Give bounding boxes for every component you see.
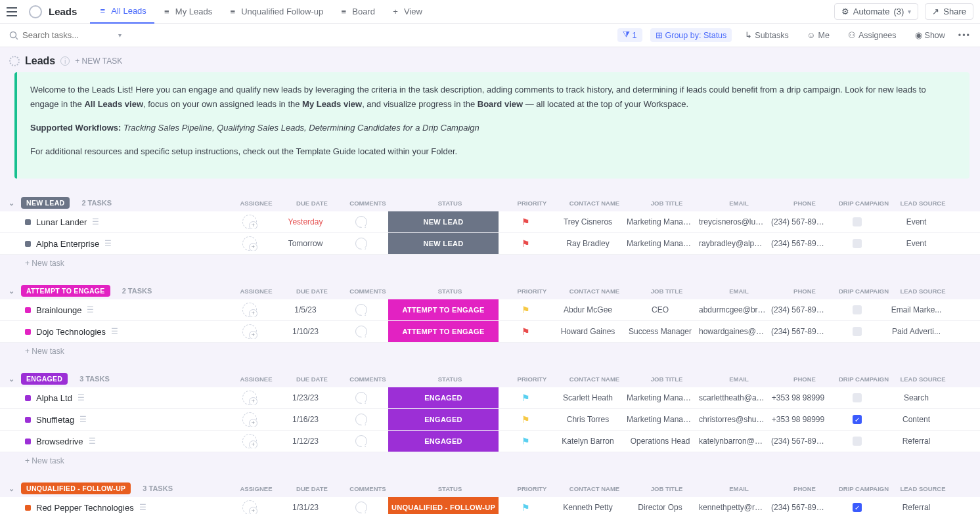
column-header[interactable]: CONTACT NAME bbox=[558, 288, 631, 295]
due-date-cell[interactable]: 1/16/23 bbox=[276, 415, 335, 424]
checkbox-empty-icon[interactable] bbox=[853, 393, 862, 402]
assignees-pill[interactable]: ⚇ Assignees bbox=[843, 28, 902, 42]
checkbox-empty-icon[interactable] bbox=[853, 327, 862, 336]
drip-campaign-cell[interactable]: ✓ bbox=[828, 415, 887, 424]
lead-source-cell[interactable]: Event bbox=[887, 239, 946, 248]
priority-flag-icon[interactable]: ⚑ bbox=[522, 414, 530, 425]
job-cell[interactable]: Marketing Manager bbox=[624, 239, 696, 248]
contact-cell[interactable]: Ray Bradley bbox=[552, 239, 624, 248]
task-row[interactable]: Dojo Technologies☰1/10/23ATTEMPT TO ENGA… bbox=[0, 321, 980, 343]
column-header[interactable]: ASSIGNEE bbox=[230, 375, 282, 383]
column-header[interactable]: LEAD SOURCE bbox=[893, 200, 952, 207]
column-header[interactable]: PRIORITY bbox=[506, 200, 558, 207]
job-cell[interactable]: CEO bbox=[624, 305, 696, 314]
status-square-icon[interactable] bbox=[25, 417, 31, 423]
contact-cell[interactable]: Trey Cisneros bbox=[552, 217, 624, 226]
drip-campaign-cell[interactable] bbox=[828, 305, 887, 314]
contact-cell[interactable]: Chris Torres bbox=[552, 415, 624, 424]
drip-campaign-cell[interactable] bbox=[828, 327, 887, 336]
task-name-cell[interactable]: Browsedrive☰ bbox=[0, 437, 223, 446]
priority-flag-icon[interactable]: ⚑ bbox=[522, 238, 530, 249]
lead-source-cell[interactable]: Event bbox=[887, 217, 946, 226]
column-header[interactable]: STATUS bbox=[394, 200, 506, 207]
collapse-icon[interactable]: ⌄ bbox=[7, 484, 16, 492]
status-badge[interactable]: ATTEMPT TO ENGAGE bbox=[388, 321, 499, 342]
status-badge[interactable]: ENGAGED bbox=[388, 387, 499, 408]
contact-cell[interactable]: Scarlett Heath bbox=[552, 393, 624, 402]
column-header[interactable]: DUE DATE bbox=[282, 375, 342, 383]
email-cell[interactable]: kennethpetty@redpe bbox=[696, 503, 768, 512]
status-square-icon[interactable] bbox=[25, 219, 31, 225]
new-task-header-button[interactable]: + NEW TASK bbox=[75, 56, 122, 66]
status-badge[interactable]: NEW LEAD bbox=[388, 233, 499, 254]
lead-source-cell[interactable]: Content bbox=[887, 415, 946, 424]
column-header[interactable]: PHONE bbox=[775, 375, 834, 383]
task-name-cell[interactable]: Dojo Technologies☰ bbox=[0, 327, 223, 337]
collapse-icon[interactable]: ⌄ bbox=[7, 375, 16, 383]
comment-icon[interactable] bbox=[355, 216, 367, 228]
task-row[interactable]: Shuffletag☰1/16/23ENGAGED⚑Chris TorresMa… bbox=[0, 409, 980, 431]
comment-icon[interactable] bbox=[355, 414, 367, 425]
column-header[interactable]: ASSIGNEE bbox=[230, 200, 282, 207]
task-row[interactable]: Alpha Ltd☰1/23/23ENGAGED⚑Scarlett HeathM… bbox=[0, 387, 980, 409]
comment-icon[interactable] bbox=[355, 326, 367, 337]
column-header[interactable]: PRIORITY bbox=[506, 485, 558, 492]
column-header[interactable]: EMAIL bbox=[703, 485, 775, 492]
drip-campaign-cell[interactable] bbox=[828, 217, 887, 226]
priority-flag-icon[interactable]: ⚑ bbox=[522, 502, 530, 513]
description-icon[interactable]: ☰ bbox=[139, 503, 146, 512]
phone-cell[interactable]: (234) 567-8901 bbox=[768, 217, 828, 226]
description-icon[interactable]: ☰ bbox=[89, 437, 96, 446]
column-header[interactable]: DUE DATE bbox=[282, 485, 342, 492]
due-date-cell[interactable]: Yesterday bbox=[276, 217, 335, 226]
lead-source-cell[interactable]: Paid Adverti... bbox=[887, 327, 946, 336]
assignee-add-icon[interactable] bbox=[242, 236, 257, 251]
column-header[interactable]: DRIP CAMPAIGN bbox=[834, 375, 893, 383]
task-row[interactable]: Lunar Lander☰YesterdayNEW LEAD⚑Trey Cisn… bbox=[0, 211, 980, 233]
column-header[interactable]: PHONE bbox=[775, 288, 834, 295]
drip-campaign-cell[interactable] bbox=[828, 437, 887, 446]
job-cell[interactable]: Director Ops bbox=[624, 503, 696, 512]
checkbox-empty-icon[interactable] bbox=[853, 305, 862, 314]
phone-cell[interactable]: (234) 567-8901 bbox=[768, 327, 828, 336]
task-row[interactable]: Browsedrive☰1/12/23ENGAGED⚑Katelyn Barro… bbox=[0, 431, 980, 452]
email-cell[interactable]: abdurmcgee@brainlo bbox=[696, 305, 768, 314]
column-header[interactable]: EMAIL bbox=[703, 200, 775, 207]
collapse-icon[interactable]: ⌄ bbox=[7, 199, 16, 207]
comment-icon[interactable] bbox=[355, 238, 367, 249]
column-header[interactable]: LEAD SOURCE bbox=[893, 288, 952, 295]
job-cell[interactable]: Marketing Manager bbox=[624, 217, 696, 226]
comment-icon[interactable] bbox=[355, 435, 367, 447]
group-status-label[interactable]: NEW LEAD bbox=[21, 197, 70, 209]
new-task-button[interactable]: + New task bbox=[0, 255, 980, 268]
checkbox-checked-icon[interactable]: ✓ bbox=[853, 415, 862, 424]
assignee-add-icon[interactable] bbox=[242, 303, 257, 317]
show-pill[interactable]: ◉ Show bbox=[910, 28, 950, 42]
column-header[interactable]: JOB TITLE bbox=[631, 375, 703, 383]
status-circle-icon[interactable] bbox=[9, 56, 20, 66]
column-header[interactable]: ASSIGNEE bbox=[230, 485, 282, 492]
collapse-icon[interactable]: ⌄ bbox=[7, 287, 16, 295]
phone-cell[interactable]: +353 98 98999 bbox=[768, 393, 828, 402]
column-header[interactable]: CONTACT NAME bbox=[558, 375, 631, 383]
status-square-icon[interactable] bbox=[25, 307, 31, 313]
description-icon[interactable]: ☰ bbox=[104, 239, 112, 248]
tab-all-leads[interactable]: ≡All Leads bbox=[90, 0, 154, 24]
drip-campaign-cell[interactable]: ✓ bbox=[828, 503, 887, 512]
search-wrap[interactable]: ▾ bbox=[9, 30, 122, 40]
task-name-cell[interactable]: Lunar Lander☰ bbox=[0, 217, 223, 227]
lead-source-cell[interactable]: Email Marke... bbox=[887, 305, 946, 314]
phone-cell[interactable]: (234) 567-8901 bbox=[768, 503, 828, 512]
new-task-button[interactable]: + New task bbox=[0, 343, 980, 356]
description-icon[interactable]: ☰ bbox=[87, 305, 94, 314]
column-header[interactable]: JOB TITLE bbox=[631, 200, 703, 207]
lead-source-cell[interactable]: Referral bbox=[887, 503, 946, 512]
column-header[interactable]: PHONE bbox=[775, 485, 834, 492]
task-name-cell[interactable]: Alpha Enterprise☰ bbox=[0, 239, 223, 249]
new-task-button[interactable]: + New task bbox=[0, 452, 980, 465]
groupby-pill[interactable]: ⊞ Group by: Status bbox=[650, 28, 732, 42]
tab-view[interactable]: +View bbox=[383, 0, 430, 24]
job-cell[interactable]: Success Manager bbox=[624, 327, 696, 336]
comment-icon[interactable] bbox=[355, 392, 367, 404]
priority-flag-icon[interactable]: ⚑ bbox=[522, 326, 530, 337]
